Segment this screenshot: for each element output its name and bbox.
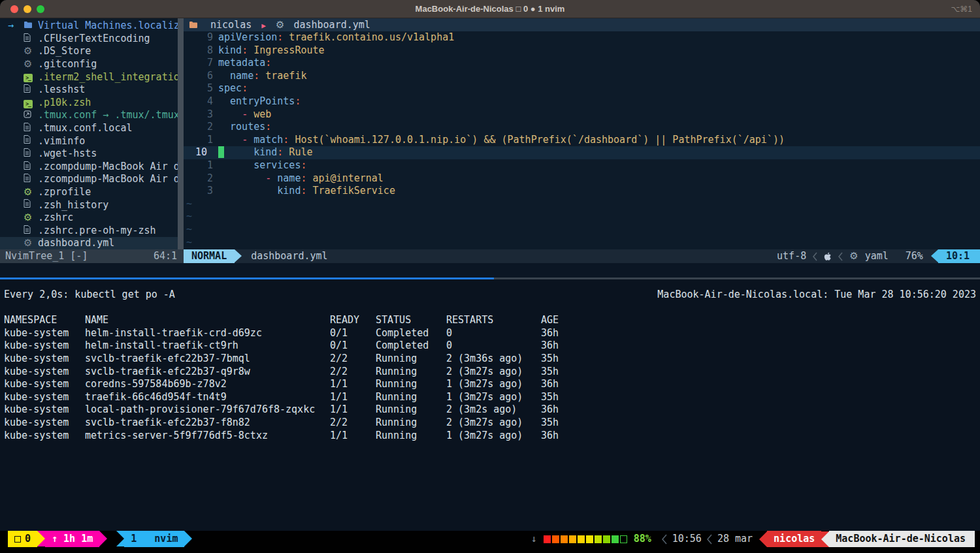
tree-item-label: dashboard.yml xyxy=(38,237,114,249)
tree-item[interactable]: .wget-hsts xyxy=(0,148,178,161)
tree-item-label: .CFUserTextEncoding xyxy=(38,33,150,44)
pod-row: kube-systemcoredns-597584b69b-z78v21/1Ru… xyxy=(4,378,976,391)
filetype-icon: ⚙ xyxy=(849,249,858,263)
line-number: 3 xyxy=(184,108,213,121)
tree-item-label: .zshrc.pre-oh-my-zsh xyxy=(38,225,156,236)
code-text: - web xyxy=(218,108,271,121)
code-line: 6 name: traefik xyxy=(184,70,980,83)
user-segment: nicolas xyxy=(767,531,821,547)
chevron-left-icon xyxy=(813,252,817,261)
pod-cell: 36h xyxy=(541,340,976,353)
tmux-window-tab[interactable]: 1 nvim xyxy=(124,531,184,547)
tree-item[interactable]: →Virtual Machines.localiz xyxy=(0,20,178,33)
filetype: yaml xyxy=(865,249,889,263)
tree-item[interactable]: .tmux.conf.local xyxy=(0,122,178,135)
code-text: name: traefik xyxy=(218,70,306,83)
pod-cell: 2/2 xyxy=(330,417,376,430)
pod-cell: Running xyxy=(376,353,446,366)
tree-item-label: .zcompdump-MacBook Air d xyxy=(38,161,178,172)
tree-separator[interactable] xyxy=(178,18,184,249)
line-number: 2 xyxy=(184,172,213,185)
tree-item[interactable]: .tmux.conf → .tmux/.tmux xyxy=(0,109,178,122)
pod-cell: Running xyxy=(376,366,446,379)
pod-row: kube-systemhelm-install-traefik-ct9rh0/1… xyxy=(4,340,976,353)
pod-cell: 35h xyxy=(541,353,976,366)
doc-icon xyxy=(24,84,37,97)
pod-cell: 2 (3m27s ago) xyxy=(446,417,541,430)
pod-cell: helm-install-traefik-crd-d69zc xyxy=(85,327,330,340)
titlebar[interactable]: MacBook-Air-de-Nicolas □ 0 ● 1 nvim ⌥⌘1 xyxy=(0,0,980,18)
pod-cell: kube-system xyxy=(4,430,85,443)
tree-item-label: .tmux.conf.local xyxy=(38,122,133,134)
pod-cell: 1/1 xyxy=(330,391,376,404)
battery-block xyxy=(603,535,610,543)
tree-item[interactable]: ⚙.gitconfig xyxy=(0,58,178,71)
watch-header: Every 2,0s: kubectl get po -A MacBook-Ai… xyxy=(4,289,976,302)
pod-cell: kube-system xyxy=(4,378,85,391)
line-number: 5 xyxy=(184,82,213,95)
chevron-left-icon xyxy=(707,534,712,545)
pod-table: NAMESPACENAMEREADYSTATUSRESTARTSAGEkube-… xyxy=(4,314,976,442)
tree-item-label: .zcompdump-MacBook Air d xyxy=(38,173,178,185)
chevron-left-icon xyxy=(838,252,843,261)
battery-block xyxy=(578,535,585,543)
pod-cell: READY xyxy=(330,314,376,327)
tree-item[interactable]: ⚙.zshrc xyxy=(0,212,178,225)
code-line: 1 - match: Host(`whoami.127.0.0.1.nip.io… xyxy=(184,134,980,147)
editor-buffer[interactable]: 9apiVersion: traefik.containo.us/v1alpha… xyxy=(184,31,980,249)
tree-item[interactable]: .CFUserTextEncoding xyxy=(0,33,178,46)
doc-icon xyxy=(24,122,37,135)
nvim-cmdline[interactable] xyxy=(0,263,980,277)
nvim-statusline: NvimTree_1 [-] 64:1 NORMAL dashboard.yml… xyxy=(0,249,980,263)
tree-item[interactable]: .zcompdump-MacBook Air d xyxy=(0,173,178,186)
pod-cell: 2/2 xyxy=(330,366,376,379)
folder-icon xyxy=(189,19,202,32)
nvim-pane: →Virtual Machines.localiz.CFUserTextEnco… xyxy=(0,18,980,249)
tree-item[interactable]: ⚙.DS_Store xyxy=(0,45,178,58)
pod-cell: 1 (3m27s ago) xyxy=(446,430,541,443)
tree-item[interactable]: .zcompdump-MacBook Air d xyxy=(0,161,178,174)
session-name: 0 xyxy=(25,531,31,547)
pod-cell: traefik-66c46d954f-tn4t9 xyxy=(85,391,330,404)
nvimtree-name: NvimTree_1 [-] xyxy=(5,249,88,263)
tree-item[interactable]: .lesshst xyxy=(0,84,178,97)
watch-command: Every 2,0s: kubectl get po -A xyxy=(4,289,175,302)
pod-cell: 0/1 xyxy=(330,327,376,340)
tree-item-label: .zshrc xyxy=(38,212,73,223)
pod-cell: svclb-traefik-efc22b37-q9r8w xyxy=(85,366,330,379)
doc-icon xyxy=(24,161,37,174)
pod-cell: STATUS xyxy=(376,314,446,327)
window-index: 1 xyxy=(131,533,137,545)
doc-icon xyxy=(24,148,37,161)
tree-item[interactable]: ⚙.zprofile xyxy=(0,186,178,199)
battery-block xyxy=(561,535,568,543)
editor[interactable]: nicolas ▶ ⚙ dashboard.yml 9apiVersion: t… xyxy=(184,18,980,249)
pod-cell: NAMESPACE xyxy=(4,314,85,327)
scroll-progress: 76% xyxy=(906,249,923,263)
pod-cell: RESTARTS xyxy=(446,314,541,327)
pod-cell: kube-system xyxy=(4,366,85,379)
tmux-statusbar-right: ↓ 88% 10:56 28 mar nicolas MacBook-Air-d… xyxy=(531,531,980,547)
code-line: 2 routes: xyxy=(184,121,980,134)
file-tree[interactable]: →Virtual Machines.localiz.CFUserTextEnco… xyxy=(0,18,178,249)
watch-pane[interactable]: Every 2,0s: kubectl get po -A MacBook-Ai… xyxy=(0,279,980,531)
tree-item[interactable]: .zshrc.pre-oh-my-zsh xyxy=(0,225,178,238)
tree-item-label: .zsh_history xyxy=(38,199,108,211)
tree-item[interactable]: ⚙dashboard.yml xyxy=(0,237,178,249)
battery-block xyxy=(612,535,619,543)
yaml-file-icon: ⚙ xyxy=(276,19,284,31)
tree-item[interactable]: >_.p10k.zsh xyxy=(0,97,178,110)
tmux-statusbar: 0 ↑ 1h 1m 1 nvim ↓ 88% 10:56 28 mar nico… xyxy=(0,531,980,547)
line-number: 7 xyxy=(184,57,213,70)
gear-dim-icon: ⚙ xyxy=(24,45,37,58)
battery-block xyxy=(552,535,559,543)
doc-icon xyxy=(24,225,37,238)
pod-cell: kube-system xyxy=(4,327,85,340)
code-line: 10 kind: Rule xyxy=(184,146,980,159)
tree-item[interactable]: .viminfo xyxy=(0,134,178,148)
tree-item[interactable]: >_.iterm2_shell_integratio xyxy=(0,71,178,84)
pod-row: kube-systemlocal-path-provisioner-79f67d… xyxy=(4,403,976,417)
code-text: services: xyxy=(218,159,306,172)
pod-cell: 2 (3m2s ago) xyxy=(446,403,541,417)
tree-item[interactable]: .zsh_history xyxy=(0,198,178,212)
